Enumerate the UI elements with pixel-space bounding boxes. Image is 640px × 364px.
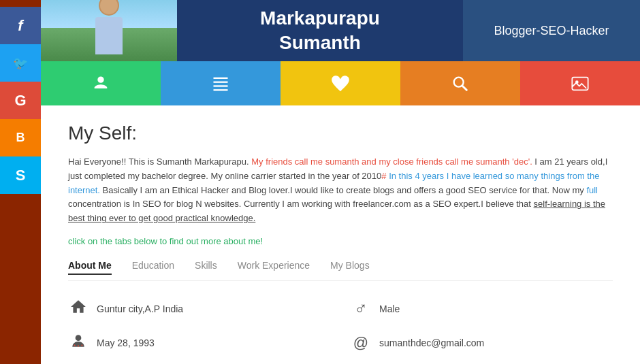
subtitle-text: Blogger-SEO-Hacker	[494, 24, 609, 38]
svg-rect-1	[214, 77, 228, 78]
gender-text: Male	[379, 303, 400, 314]
info-grid: Guntur city,A.P India ♂ Male May 28, 199…	[68, 298, 613, 364]
home-icon	[68, 298, 89, 320]
blogger-icon[interactable]: B	[0, 119, 41, 156]
male-icon: ♂	[351, 298, 371, 319]
info-email: @ sumanthdec@gmail.com	[351, 332, 613, 354]
cta-text: click on the tabs below to find out more…	[68, 236, 613, 246]
nav-tab-list[interactable]	[161, 61, 281, 105]
bio-text: Hai Everyone!! This is Sumanth Markapura…	[68, 155, 613, 226]
twitter-icon[interactable]: 🐦	[0, 44, 41, 82]
location-text: Guntur city,A.P India	[97, 303, 183, 314]
svg-rect-3	[214, 85, 228, 86]
nav-tab-heart[interactable]	[281, 61, 400, 105]
nav-tabs	[41, 61, 640, 105]
main-content: Markapurapu Sumanth Blogger-SEO-Hacker M…	[41, 0, 640, 364]
sub-tab-skills[interactable]: Skills	[195, 260, 217, 275]
sub-tab-about[interactable]: About Me	[68, 260, 112, 275]
social-sidebar: f 🐦 G B S	[0, 0, 41, 364]
svg-line-6	[462, 85, 466, 89]
sub-tab-education[interactable]: Education	[132, 260, 174, 275]
page-title: My Self:	[68, 122, 613, 144]
svg-point-11	[78, 345, 79, 346]
email-text: sumanthdec@gmail.com	[379, 337, 484, 348]
svg-rect-4	[214, 89, 228, 90]
profile-photo	[41, 0, 177, 61]
info-gender: ♂ Male	[351, 298, 613, 320]
nav-tab-search[interactable]	[400, 61, 520, 105]
header-subtitle: Blogger-SEO-Hacker	[463, 0, 640, 61]
nav-tab-gallery[interactable]	[520, 61, 640, 105]
email-icon: @	[351, 334, 371, 352]
nav-tab-person[interactable]	[41, 61, 161, 105]
sub-tabs: About Me Education Skills Work Experienc…	[68, 260, 613, 281]
sub-tab-work[interactable]: Work Experience	[238, 260, 310, 275]
name-line2: Sumanth	[279, 32, 361, 53]
info-dob: May 28, 1993	[68, 332, 330, 354]
facebook-icon[interactable]: f	[0, 7, 41, 44]
info-location: Guntur city,A.P India	[68, 298, 330, 320]
sub-tab-blogs[interactable]: My Blogs	[330, 260, 370, 275]
svg-point-9	[76, 335, 82, 341]
header: Markapurapu Sumanth Blogger-SEO-Hacker	[41, 0, 640, 61]
dob-text: May 28, 1993	[97, 337, 155, 348]
name-line1: Markapurapu	[260, 7, 380, 29]
google-icon[interactable]: G	[0, 82, 41, 119]
svg-point-12	[81, 344, 82, 346]
header-name: Markapurapu Sumanth	[177, 0, 463, 61]
skype-icon[interactable]: S	[0, 156, 41, 194]
birthday-icon	[68, 332, 89, 354]
page-body: My Self: Hai Everyone!! This is Sumanth …	[41, 105, 640, 364]
svg-point-10	[74, 344, 76, 346]
svg-rect-2	[214, 81, 228, 82]
svg-point-0	[97, 76, 103, 82]
